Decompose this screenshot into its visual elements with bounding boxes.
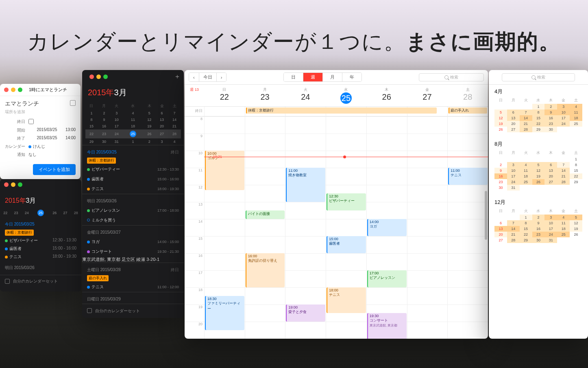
allday-checkbox[interactable] [28, 119, 34, 124]
event-item[interactable]: ミルクを買う [82, 215, 184, 225]
day-header: 日曜日 2015/03/29 [82, 292, 184, 304]
calendar-set[interactable]: 自分のカレンダーセット [13, 278, 58, 284]
mini-dark-window: 2015年3月 22232425262728 今日 2015/03/25 休暇：… [0, 179, 81, 291]
event-item[interactable]: テニス18:00 - 19:30 [82, 184, 184, 194]
next-button[interactable]: › [216, 73, 226, 81]
event-title[interactable]: エマとランチ [5, 100, 39, 107]
add-button[interactable]: ＋ [174, 72, 181, 81]
day-column[interactable]: 10:00ゴルフ18:30ファミリーパーティー [204, 116, 245, 339]
start-time[interactable]: 13:00 [65, 127, 76, 133]
day-column[interactable]: 14:00ヨガ17:00ピアノレッスン19:30コンサート東京武道館, 東京都 [366, 116, 407, 339]
day-header: 金曜日 2015/03/27 [82, 225, 184, 237]
allday-pill[interactable]: 休暇：京都旅行 [5, 230, 34, 236]
month-block[interactable]: 4月日月火水木金土1234567891011121314151617181920… [494, 88, 582, 132]
day-header[interactable]: 火24 [285, 85, 326, 106]
day-header[interactable]: 水25 [326, 85, 366, 106]
day-column[interactable] [407, 116, 448, 339]
view-segmented: 日週月年 [283, 72, 362, 82]
event-item[interactable]: ピザパーティー12:30 - 13:30 [82, 164, 184, 174]
event-block[interactable]: 17:00ピアノレッスン [367, 270, 407, 287]
month-block[interactable]: 8月日月火水木金土1234567891011121314151617181920… [494, 140, 582, 191]
calendar-select[interactable]: けんじ [33, 144, 45, 149]
event-block[interactable]: 18:30ファミリーパーティー [205, 296, 244, 330]
end-date[interactable]: 2015/03/25 [37, 136, 57, 141]
reminder-checkbox[interactable] [87, 219, 90, 221]
allday-event[interactable]: 休暇：京都旅行 [246, 107, 437, 114]
allday-pill[interactable]: 庭の手入れ [87, 275, 109, 281]
reminders-icon[interactable] [5, 279, 10, 284]
traffic-lights[interactable] [85, 71, 112, 82]
event-item[interactable]: ヨガ14:00 - 15:00 [82, 237, 184, 247]
search-field[interactable]: 検索 [502, 73, 575, 81]
calendar-set[interactable]: 自分のカレンダーセット [95, 308, 140, 314]
view-日[interactable]: 日 [284, 73, 303, 81]
nav-group: ‹ 今日 › [189, 72, 226, 82]
prev-button[interactable]: ‹ [189, 73, 199, 81]
sidebar-window: ＋ 2015年3月 日月火水木金土12345678910111213141516… [82, 70, 184, 318]
view-週[interactable]: 週 [303, 73, 322, 81]
year-view-window: 検索 4月日月火水木金土1234567891011121314151617181… [489, 70, 588, 339]
event-block[interactable]: バイトの面接 [246, 210, 285, 219]
event-block[interactable]: 19:00愛子と夕食 [286, 304, 325, 322]
day-header: 土曜日 2015/03/28終日 [82, 263, 184, 274]
event-item[interactable]: テニス18:00 - 19:30 [0, 253, 81, 261]
view-年[interactable]: 年 [342, 73, 362, 81]
event-item[interactable]: コンサート19:30 - 21:30 [82, 247, 184, 256]
event-block[interactable]: 18:00テニス [327, 287, 366, 313]
day-header[interactable]: 土28 [447, 85, 488, 106]
event-item[interactable]: ピアノレッスン17:00 - 18:00 [82, 206, 184, 215]
event-item[interactable]: 歯医者15:00 - 16:00 [0, 245, 81, 253]
now-indicator: 10:21 [204, 157, 488, 157]
start-date[interactable]: 2015/03/25 [37, 127, 57, 133]
day-column[interactable]: 12:30ピザパーティー15:00歯医者18:00テニス [326, 116, 366, 339]
event-block[interactable]: 16:00免許証の切り替え [246, 253, 285, 287]
allday-pill[interactable]: 休暇：京都旅行 [87, 158, 116, 164]
calendar-icon [70, 100, 76, 106]
day-column[interactable]: 11:00テニス [447, 116, 488, 339]
end-time[interactable]: 14:00 [65, 136, 76, 141]
day-header[interactable]: 月23 [245, 85, 285, 106]
event-item[interactable]: ピザパーティー12:30 - 13:30 [0, 237, 81, 245]
alert-select[interactable]: なし [28, 152, 76, 158]
month-block[interactable]: 12月日月火水木金土123456789101112131415161718192… [494, 199, 582, 243]
scrollbar[interactable] [485, 191, 487, 240]
event-item[interactable]: テニス11:00 - 12:00 [82, 282, 184, 292]
day-header: 今日 2015/03/25終日 [82, 145, 184, 157]
event-block[interactable]: 11:00テニス [448, 168, 488, 185]
tagline: カレンダーとリマインダーが１つに。まさに画期的。 [0, 28, 588, 56]
mini-calendar[interactable]: 22232425262728 [0, 208, 81, 217]
event-block[interactable]: 14:00ヨガ [367, 219, 407, 236]
event-block[interactable]: 11:00焼き物教室 [286, 168, 325, 202]
search-icon [531, 75, 536, 79]
event-block[interactable]: 15:00歯医者 [327, 236, 366, 253]
day-header[interactable]: 木26 [366, 85, 407, 106]
day-header: 明日 2015/03/26 [82, 194, 184, 206]
add-event-button[interactable]: イベントを追加 [33, 164, 76, 175]
week-number: 週 13 [185, 85, 204, 106]
search-icon [444, 75, 449, 79]
day-column[interactable]: バイトの面接16:00免許証の切り替え [245, 116, 285, 339]
event-block[interactable]: 19:30コンサート東京武道館, 東京都 [367, 313, 407, 339]
quick-entry-input[interactable] [26, 88, 81, 92]
view-月[interactable]: 月 [322, 73, 342, 81]
week-view-window: ‹ 今日 › 日週月年 検索 週 13日22月23火24水25木26金27土28… [185, 70, 488, 339]
traffic-lights[interactable] [0, 179, 81, 190]
traffic-lights[interactable] [0, 84, 26, 95]
allday-event[interactable]: 庭の手入れ [449, 107, 487, 114]
search-field[interactable]: 検索 [419, 73, 484, 81]
reminders-icon[interactable] [87, 308, 92, 313]
today-header: 今日 2015/03/25 [0, 217, 81, 229]
today-button[interactable]: 今日 [199, 73, 216, 81]
day-header[interactable]: 金27 [407, 85, 448, 106]
day-header[interactable]: 日22 [204, 85, 245, 106]
event-block[interactable]: 12:30ピザパーティー [327, 193, 366, 210]
mini-calendar[interactable]: 日月火水木金土123456789101112131415161718192021… [85, 102, 181, 145]
event-item[interactable]: 歯医者15:00 - 16:00 [82, 174, 184, 184]
day-column[interactable]: 11:00焼き物教室19:00愛子と夕食 [285, 116, 326, 339]
location-field[interactable]: 場所を追加 [5, 109, 76, 115]
event-editor-window: エマとランチ 場所を追加 終日 開始2015/03/2513:00 終了2015… [0, 84, 81, 179]
